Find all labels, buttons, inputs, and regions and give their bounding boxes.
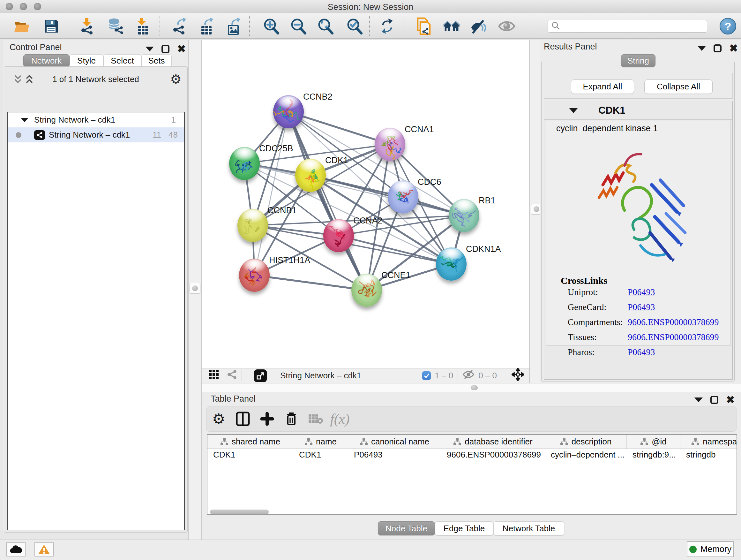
network-share-icon[interactable] bbox=[227, 370, 237, 381]
panel-close-icon[interactable]: ✖ bbox=[177, 44, 186, 54]
import-database-icon[interactable] bbox=[106, 17, 124, 35]
horizontal-splitter[interactable] bbox=[202, 383, 741, 392]
panel-float-icon[interactable] bbox=[161, 45, 170, 53]
panel-menu-icon[interactable] bbox=[697, 46, 706, 51]
cloud-button[interactable] bbox=[6, 543, 25, 557]
export-table-icon[interactable] bbox=[198, 17, 215, 35]
zoom-selected-icon[interactable] bbox=[346, 17, 363, 35]
selected-checkbox-icon[interactable] bbox=[422, 371, 431, 380]
crosslink-link[interactable]: P06493 bbox=[628, 347, 655, 357]
search-input[interactable] bbox=[560, 22, 707, 30]
crosslink-link[interactable]: P06493 bbox=[628, 287, 655, 297]
help-icon[interactable]: ? bbox=[720, 18, 736, 35]
table-horizontal-scrollbar[interactable] bbox=[210, 509, 269, 514]
table-cell[interactable]: CDK1 bbox=[207, 449, 293, 460]
first-neighbors-icon[interactable] bbox=[443, 17, 460, 35]
splitter-handle[interactable] bbox=[471, 385, 478, 390]
save-session-icon[interactable] bbox=[43, 17, 60, 35]
tab-sets[interactable]: Sets bbox=[141, 54, 172, 67]
tab-edge-table[interactable]: Edge Table bbox=[435, 521, 493, 536]
search-field[interactable] bbox=[548, 20, 707, 33]
crosslink-link[interactable]: P06493 bbox=[628, 302, 655, 312]
node-ccnb2[interactable] bbox=[273, 95, 304, 128]
expand-all-button[interactable]: Expand All bbox=[571, 79, 634, 94]
zoom-fit-icon[interactable] bbox=[317, 17, 334, 35]
table-cell[interactable]: CDK1 bbox=[293, 449, 348, 460]
node-ccna2[interactable] bbox=[323, 219, 354, 252]
crosslink-link[interactable]: 9606.ENSP00000378699 bbox=[628, 317, 719, 327]
sitemap-icon bbox=[560, 438, 568, 446]
tree-expander-icon[interactable] bbox=[21, 118, 28, 122]
export-network-icon[interactable] bbox=[171, 17, 188, 35]
delete-table-icon[interactable] bbox=[304, 413, 328, 425]
show-columns-icon[interactable] bbox=[231, 412, 255, 426]
node-cdkn1a[interactable] bbox=[436, 247, 467, 281]
function-builder-icon[interactable]: f(x) bbox=[328, 411, 352, 427]
column-header-canonical-name[interactable]: canonical name bbox=[348, 435, 441, 449]
sitemap-icon bbox=[360, 438, 368, 446]
vertical-splitter-left[interactable] bbox=[188, 40, 202, 540]
tab-string[interactable]: String bbox=[621, 54, 656, 67]
section-expander-icon[interactable] bbox=[569, 108, 578, 113]
tab-node-table[interactable]: Node Table bbox=[378, 521, 435, 536]
column-header-database-identifier[interactable]: database identifier bbox=[441, 435, 545, 449]
export-image-icon[interactable] bbox=[225, 17, 243, 35]
splitter-handle[interactable] bbox=[190, 283, 200, 294]
panel-close-icon[interactable]: ✖ bbox=[726, 395, 735, 405]
hide-selected-icon[interactable] bbox=[470, 17, 487, 35]
tab-select[interactable]: Select bbox=[104, 54, 141, 67]
table-settings-gear-icon[interactable]: ⚙ bbox=[206, 410, 231, 428]
cdk1-section-header[interactable]: CDK1 bbox=[544, 101, 732, 120]
column-header-namespace[interactable]: namespace bbox=[680, 435, 737, 449]
node-rb1[interactable] bbox=[449, 199, 479, 232]
node-ccne1[interactable] bbox=[351, 273, 382, 307]
node-ccnb1[interactable] bbox=[238, 209, 268, 242]
memory-button[interactable]: Memory bbox=[687, 541, 734, 557]
network-collection-row[interactable]: String Network – cdk1 1 bbox=[8, 112, 184, 127]
network-options-gear-icon[interactable]: ⚙ bbox=[170, 72, 182, 86]
zoom-out-icon[interactable] bbox=[290, 17, 307, 35]
import-table-icon[interactable] bbox=[134, 17, 151, 35]
column-header-name[interactable]: name bbox=[293, 435, 348, 449]
panel-float-icon[interactable] bbox=[711, 396, 718, 404]
open-session-icon[interactable] bbox=[13, 17, 30, 35]
table-cell[interactable]: stringdb bbox=[680, 449, 737, 460]
pan-mode-icon[interactable] bbox=[512, 368, 524, 383]
node-cdk1[interactable] bbox=[295, 159, 326, 192]
network-row[interactable]: String Network – cdk1 11 48 bbox=[8, 127, 184, 142]
delete-column-icon[interactable] bbox=[279, 412, 304, 426]
column-header-description[interactable]: description bbox=[545, 435, 627, 449]
network-view[interactable]: CCNB2CCNA1CDC25BCDK1CDC6RB1CCNB1CCNA2CDK… bbox=[202, 40, 530, 383]
warning-icon bbox=[38, 544, 51, 555]
table-cell[interactable]: P06493 bbox=[348, 449, 441, 460]
import-network-icon[interactable] bbox=[78, 17, 95, 35]
table-cell[interactable]: cyclin–dependent ... bbox=[545, 449, 627, 460]
collapse-all-button[interactable]: Collapse All bbox=[644, 79, 713, 94]
node-table[interactable]: shared namenamecanonical namedatabase id… bbox=[207, 434, 737, 515]
column-header-shared-name[interactable]: shared name bbox=[207, 435, 293, 449]
panel-menu-icon[interactable] bbox=[694, 397, 703, 402]
table-row[interactable]: CDK1CDK1P064939606.ENSP00000378699cyclin… bbox=[207, 449, 737, 460]
crosslink-link[interactable]: 9606.ENSP00000378699 bbox=[628, 332, 719, 342]
tab-style[interactable]: Style bbox=[70, 54, 104, 67]
clone-network-icon[interactable] bbox=[415, 17, 432, 35]
grid-view-icon[interactable] bbox=[208, 369, 219, 382]
zoom-in-icon[interactable] bbox=[263, 17, 280, 35]
show-all-icon[interactable] bbox=[498, 17, 515, 35]
node-cdc25b[interactable] bbox=[229, 147, 260, 180]
column-header--id[interactable]: @id bbox=[627, 435, 680, 449]
table-cell[interactable]: stringdb:9... bbox=[627, 449, 680, 460]
node-hist1h1a[interactable] bbox=[239, 259, 270, 292]
panel-close-icon[interactable]: ✖ bbox=[729, 43, 738, 53]
panel-float-icon[interactable] bbox=[714, 44, 722, 52]
refresh-icon[interactable] bbox=[379, 17, 396, 35]
warnings-button[interactable] bbox=[35, 543, 54, 557]
panel-menu-icon[interactable] bbox=[145, 47, 154, 51]
table-cell[interactable]: 9606.ENSP00000378699 bbox=[441, 449, 545, 460]
node-ccna1[interactable] bbox=[375, 128, 405, 161]
birdseye-view-icon[interactable] bbox=[254, 369, 267, 382]
tab-network[interactable]: Network bbox=[23, 54, 70, 67]
tab-network-table[interactable]: Network Table bbox=[493, 521, 564, 536]
add-column-icon[interactable] bbox=[255, 412, 279, 426]
node-cdc6[interactable] bbox=[388, 180, 418, 213]
